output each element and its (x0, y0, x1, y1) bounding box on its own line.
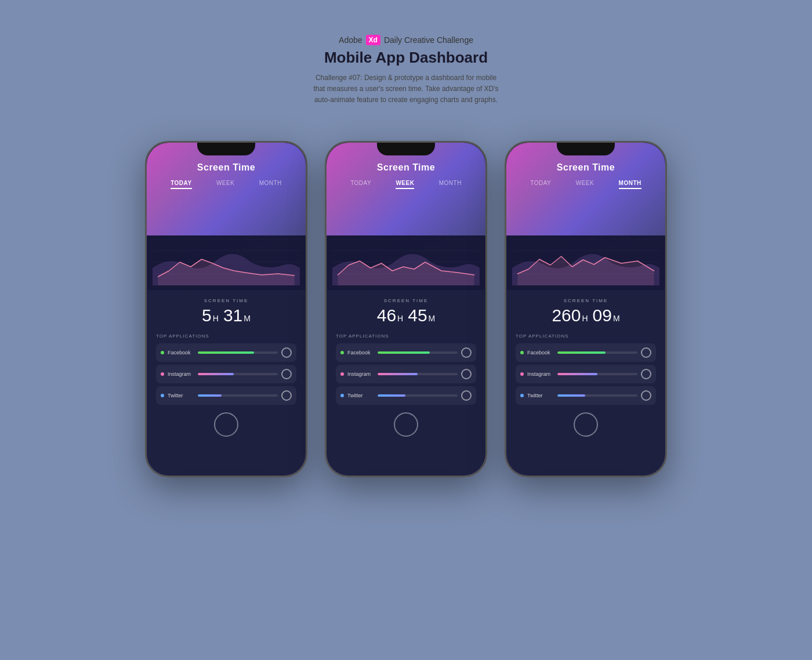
app-name: Instagram (347, 371, 378, 377)
tab-month[interactable]: MONTH (619, 180, 641, 189)
app-row[interactable]: Facebook (336, 343, 476, 362)
app-dot (161, 372, 164, 376)
home-button[interactable] (214, 412, 238, 437)
app-dot (520, 372, 524, 376)
phone-notch (557, 143, 615, 155)
app-circle-icon[interactable] (641, 390, 651, 401)
app-circle-icon[interactable] (281, 347, 292, 358)
challenge-text: Daily Creative Challenge (384, 35, 473, 45)
app-row[interactable]: Twitter (336, 386, 476, 405)
adobe-text: Adobe (339, 35, 362, 45)
tab-today[interactable]: TODAY (350, 180, 371, 189)
app-name: Instagram (527, 371, 557, 377)
app-bar-container (198, 373, 278, 375)
page-header: Adobe Xd Daily Creative Challenge Mobile… (313, 35, 499, 106)
screen-time-label: SCREEN TIME (336, 298, 476, 303)
app-circle-icon[interactable] (281, 369, 292, 379)
app-bar-fill (198, 394, 222, 397)
top-apps-label: TOP APPLICATIONS (156, 333, 296, 339)
chart-area (327, 235, 485, 290)
app-row[interactable]: Instagram (516, 365, 656, 383)
app-bar-fill (198, 373, 234, 375)
app-row[interactable]: Instagram (156, 365, 296, 383)
app-dot (161, 394, 164, 397)
app-name: Facebook (527, 350, 557, 356)
tab-week[interactable]: WEEK (216, 180, 234, 189)
tab-month[interactable]: MONTH (439, 180, 462, 189)
phones-container: Screen TimeTODAYWEEKMONTHSCREEN TIME5H31… (145, 141, 667, 477)
app-bar-fill (557, 394, 585, 397)
xd-badge: Xd (366, 35, 380, 45)
screen-time-value: 260H09M (516, 306, 656, 325)
screen-time-value: 5H31M (156, 306, 296, 325)
tab-today[interactable]: TODAY (171, 180, 191, 189)
app-circle-icon[interactable] (641, 347, 651, 358)
app-row[interactable]: Twitter (516, 386, 656, 405)
app-name: Facebook (347, 350, 378, 356)
phone-month: Screen TimeTODAYWEEKMONTHSCREEN TIME260H… (505, 141, 667, 477)
app-dot (340, 351, 344, 354)
chart-area (506, 235, 665, 290)
app-bar-container (378, 373, 458, 375)
app-dot (340, 394, 344, 397)
app-row[interactable]: Instagram (336, 365, 476, 383)
app-dot (520, 394, 524, 397)
top-apps-label: TOP APPLICATIONS (336, 333, 476, 339)
tab-week[interactable]: WEEK (396, 180, 414, 189)
home-button[interactable] (574, 412, 598, 437)
tab-week[interactable]: WEEK (576, 180, 594, 189)
screen-time-value: 46H45M (336, 306, 476, 325)
top-apps-label: TOP APPLICATIONS (516, 333, 656, 339)
app-row[interactable]: Facebook (516, 343, 656, 362)
app-name: Twitter (168, 393, 198, 398)
app-row[interactable]: Twitter (156, 386, 296, 405)
app-bar-fill (378, 373, 418, 375)
app-circle-icon[interactable] (281, 390, 292, 401)
app-row[interactable]: Facebook (156, 343, 296, 362)
phone-notch (377, 143, 435, 155)
app-bar-fill (378, 351, 430, 354)
page-title: Mobile App Dashboard (313, 49, 499, 67)
app-bar-container (557, 351, 637, 354)
screen-time-label: SCREEN TIME (156, 298, 296, 303)
app-circle-icon[interactable] (641, 369, 651, 379)
tab-month[interactable]: MONTH (259, 180, 282, 189)
phone-week: Screen TimeTODAYWEEKMONTHSCREEN TIME46H4… (325, 141, 487, 477)
app-name: Facebook (168, 350, 198, 356)
app-circle-icon[interactable] (461, 369, 472, 379)
app-bar-fill (557, 351, 606, 354)
app-bar-container (378, 394, 458, 397)
app-bar-container (378, 351, 458, 354)
phone-today: Screen TimeTODAYWEEKMONTHSCREEN TIME5H31… (145, 141, 307, 477)
app-bar-fill (378, 394, 405, 397)
app-bar-fill (198, 351, 254, 354)
home-button[interactable] (394, 412, 418, 437)
app-bar-container (557, 373, 637, 375)
app-name: Twitter (347, 393, 378, 398)
app-bar-container (198, 394, 278, 397)
app-bar-container (557, 394, 637, 397)
phone-notch (197, 143, 255, 155)
screen-time-label: SCREEN TIME (516, 298, 656, 303)
app-name: Twitter (527, 393, 557, 398)
tab-today[interactable]: TODAY (530, 180, 551, 189)
app-circle-icon[interactable] (461, 390, 472, 401)
app-dot (520, 351, 524, 354)
app-circle-icon[interactable] (461, 347, 472, 358)
app-name: Instagram (168, 371, 198, 377)
app-bar-container (198, 351, 278, 354)
page-description: Challenge #07: Design & prototype a dash… (313, 72, 499, 106)
app-dot (340, 372, 344, 376)
app-dot (161, 351, 164, 354)
chart-area (147, 235, 306, 290)
app-bar-fill (557, 373, 597, 375)
